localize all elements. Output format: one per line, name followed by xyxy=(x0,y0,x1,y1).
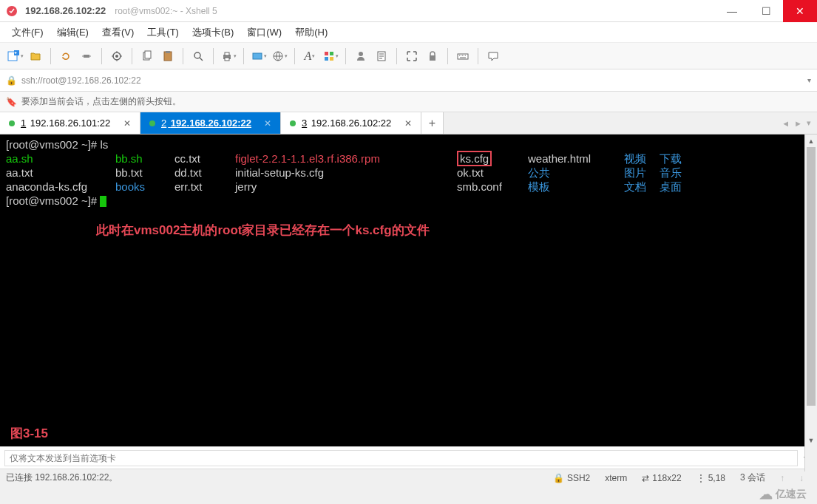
svg-rect-12 xyxy=(225,52,229,55)
user-icon[interactable] xyxy=(352,47,370,65)
status-dot-icon xyxy=(9,120,15,126)
help-icon[interactable] xyxy=(484,47,502,65)
print-icon[interactable]: ▾ xyxy=(220,47,237,65)
status-size: ⇄ 118x22 xyxy=(642,473,681,483)
lock-small-icon: 🔒 xyxy=(6,75,17,86)
color-icon[interactable]: ▾ xyxy=(322,47,339,65)
status-sessions: 3 会话 xyxy=(740,471,765,484)
hintbar: 🔖 要添加当前会话，点击左侧的箭头按钮。 xyxy=(0,92,817,112)
tab-label: 192.168.26.101:22 xyxy=(27,118,110,129)
tab-close-icon[interactable]: ✕ xyxy=(397,118,412,129)
menu-file[interactable]: 文件(F) xyxy=(6,23,50,42)
svg-rect-3 xyxy=(84,55,89,58)
watermark: ☁ 亿速云 xyxy=(759,486,807,503)
tab-2[interactable]: 2 192.168.26.102:22 ✕ xyxy=(140,112,281,134)
menubar: 文件(F) 编辑(E) 查看(V) 工具(T) 选项卡(B) 窗口(W) 帮助(… xyxy=(0,22,817,43)
highlighted-file: ks.cfg xyxy=(457,151,492,166)
address-dropdown-icon[interactable]: ▾ xyxy=(807,76,811,84)
tab-close-icon[interactable]: ✕ xyxy=(257,118,271,129)
tabbar: 1 192.168.26.101:22 ✕ 2 192.168.26.102:2… xyxy=(0,112,817,134)
svg-point-5 xyxy=(115,55,118,58)
scrollbar[interactable]: ▲ ▼ xyxy=(804,134,817,471)
script-icon[interactable] xyxy=(373,47,390,65)
svg-rect-18 xyxy=(325,57,328,61)
terminal[interactable]: [root@vms002 ~]# lsaa.shbb.shcc.txtfigle… xyxy=(0,134,817,446)
cursor xyxy=(100,196,106,207)
find-icon[interactable] xyxy=(189,47,207,65)
status-connected: 已连接 192.168.26.102:22。 xyxy=(6,471,546,484)
tab-1[interactable]: 1 192.168.26.101:22 ✕ xyxy=(0,112,140,134)
svg-rect-19 xyxy=(330,57,333,61)
tab-label: 192.168.26.102:22 xyxy=(308,118,391,129)
fullscreen-icon[interactable] xyxy=(403,47,421,65)
paste-icon[interactable] xyxy=(159,47,177,65)
scroll-thumb[interactable] xyxy=(807,147,816,406)
menu-tools[interactable]: 工具(T) xyxy=(141,23,185,42)
prompt: [root@vms002 ~]# xyxy=(6,194,97,207)
figure-label: 图3-15 xyxy=(10,426,48,440)
tab-prev-icon[interactable]: ◄ xyxy=(782,119,790,128)
copy-icon[interactable] xyxy=(138,47,156,65)
disconnect-icon[interactable] xyxy=(78,47,95,65)
scroll-up-icon[interactable]: ▲ xyxy=(805,134,817,147)
svg-rect-7 xyxy=(145,51,151,58)
status-dot-icon xyxy=(290,120,296,126)
statusbar: 已连接 192.168.26.102:22。 🔒 SSH2 xterm ⇄ 11… xyxy=(0,469,817,486)
toolbar: ▾ ▾ ▾ ▾ A▾ ▾ xyxy=(0,43,817,69)
status-cursor: ⋮ 5,18 xyxy=(696,473,725,483)
status-cap-icon: ↑ xyxy=(780,473,784,483)
window-title: 192.168.26.102:22 xyxy=(25,5,106,16)
menu-window[interactable]: 窗口(W) xyxy=(241,23,288,42)
send-input[interactable] xyxy=(4,450,798,466)
svg-rect-13 xyxy=(225,58,229,61)
svg-rect-17 xyxy=(330,52,333,55)
menu-edit[interactable]: 编辑(E) xyxy=(51,23,95,42)
bookmark-icon[interactable]: 🔖 xyxy=(6,97,17,107)
app-icon xyxy=(6,5,18,17)
window-subtitle: root@vms002:~ - Xshell 5 xyxy=(115,6,217,16)
address-text: ssh://root@192.168.26.102:22 xyxy=(21,75,807,86)
tab-close-icon[interactable]: ✕ xyxy=(116,118,131,129)
command: ls xyxy=(100,138,108,151)
open-icon[interactable] xyxy=(27,47,44,65)
prompt: [root@vms002 ~]# xyxy=(6,138,97,151)
xftp-icon[interactable]: ▾ xyxy=(250,47,268,65)
tab-3[interactable]: 3 192.168.26.102:22 ✕ xyxy=(281,112,421,134)
menu-tabs[interactable]: 选项卡(B) xyxy=(186,23,240,42)
titlebar: 192.168.26.102:22 root@vms002:~ - Xshell… xyxy=(0,0,817,22)
tab-next-icon[interactable]: ► xyxy=(794,119,802,128)
tab-menu-icon[interactable]: ▾ xyxy=(807,118,811,128)
addressbar[interactable]: 🔒 ssh://root@192.168.26.102:22 ▾ xyxy=(0,69,817,92)
svg-rect-9 xyxy=(166,51,170,53)
reconnect-icon[interactable] xyxy=(57,47,75,65)
cloud-icon: ☁ xyxy=(759,486,773,503)
svg-rect-14 xyxy=(253,53,262,59)
lock-icon[interactable] xyxy=(424,47,441,65)
svg-rect-22 xyxy=(430,55,435,61)
svg-point-20 xyxy=(359,52,363,56)
maximize-button[interactable]: ☐ xyxy=(749,0,783,22)
web-icon[interactable]: ▾ xyxy=(271,47,288,65)
new-tab-button[interactable]: + xyxy=(421,112,444,134)
svg-rect-23 xyxy=(458,54,468,59)
tab-label: 192.168.26.102:22 xyxy=(168,118,251,129)
close-button[interactable]: ✕ xyxy=(783,0,817,22)
status-term: xterm xyxy=(605,473,627,483)
status-protocol: 🔒 SSH2 xyxy=(553,473,590,483)
minimize-button[interactable]: — xyxy=(715,0,749,22)
status-dot-icon xyxy=(149,120,155,126)
menu-help[interactable]: 帮助(H) xyxy=(289,23,333,42)
sendbar: ▾ xyxy=(0,446,817,469)
scroll-down-icon[interactable]: ▼ xyxy=(805,434,817,446)
new-session-icon[interactable]: ▾ xyxy=(6,47,24,65)
menu-view[interactable]: 查看(V) xyxy=(96,23,140,42)
font-icon[interactable]: A▾ xyxy=(301,47,319,65)
svg-rect-16 xyxy=(325,52,328,55)
annotation-text: 此时在vms002主机的root家目录已经存在一个ks.cfg的文件 xyxy=(96,223,430,237)
keyboard-icon[interactable] xyxy=(454,47,472,65)
properties-icon[interactable] xyxy=(108,47,126,65)
hint-text: 要添加当前会话，点击左侧的箭头按钮。 xyxy=(21,95,181,108)
svg-point-10 xyxy=(194,52,200,58)
status-num-icon: ↓ xyxy=(799,473,804,483)
